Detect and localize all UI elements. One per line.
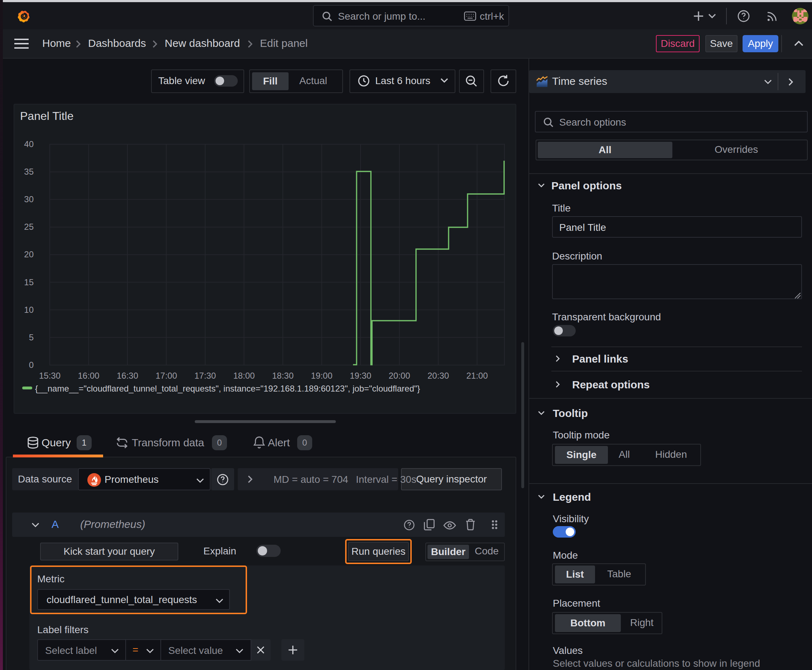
svg-text:18:30: 18:30 — [272, 371, 293, 381]
svg-text:10: 10 — [24, 305, 34, 315]
svg-text:20:00: 20:00 — [388, 371, 410, 381]
svg-text:25: 25 — [24, 222, 34, 232]
svg-text:40: 40 — [24, 139, 34, 149]
svg-text:16:30: 16:30 — [117, 371, 138, 381]
svg-text:20:30: 20:30 — [427, 371, 449, 381]
svg-text:19:00: 19:00 — [311, 371, 332, 381]
svg-text:20: 20 — [24, 249, 34, 259]
svg-text:5: 5 — [29, 333, 34, 342]
svg-text:35: 35 — [24, 167, 34, 176]
svg-text:17:00: 17:00 — [155, 371, 177, 381]
svg-text:18:00: 18:00 — [233, 371, 254, 381]
svg-text:30: 30 — [24, 195, 34, 204]
svg-text:21:00: 21:00 — [466, 371, 488, 381]
svg-text:{__name__="cloudflared_tunnel_: {__name__="cloudflared_tunnel_total_requ… — [35, 384, 420, 393]
svg-text:15: 15 — [24, 277, 34, 287]
svg-text:19:30: 19:30 — [350, 371, 371, 381]
svg-text:15:30: 15:30 — [39, 371, 61, 381]
svg-text:17:30: 17:30 — [194, 371, 216, 381]
svg-text:16:00: 16:00 — [78, 371, 99, 381]
svg-text:0: 0 — [29, 360, 34, 370]
